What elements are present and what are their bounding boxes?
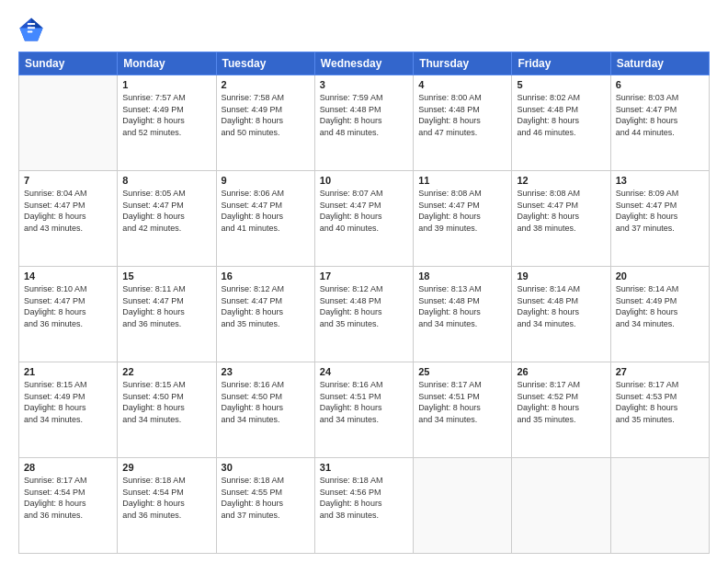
calendar-cell: 30Sunrise: 8:18 AM Sunset: 4:55 PM Dayli… — [216, 458, 314, 554]
weekday-header: Friday — [512, 52, 610, 75]
day-number: 28 — [24, 462, 112, 473]
day-number: 1 — [122, 79, 210, 90]
day-number: 22 — [122, 366, 210, 377]
calendar-cell: 27Sunrise: 8:17 AM Sunset: 4:53 PM Dayli… — [610, 362, 709, 458]
day-number: 5 — [517, 79, 605, 90]
day-number: 31 — [320, 462, 408, 473]
calendar-cell: 8Sunrise: 8:05 AM Sunset: 4:47 PM Daylig… — [118, 171, 216, 267]
day-number: 9 — [222, 175, 310, 186]
day-number: 4 — [418, 79, 506, 90]
calendar-cell: 20Sunrise: 8:14 AM Sunset: 4:49 PM Dayli… — [610, 267, 709, 362]
day-detail: Sunrise: 8:17 AM Sunset: 4:53 PM Dayligh… — [616, 379, 704, 425]
calendar-cell — [19, 75, 118, 171]
day-detail: Sunrise: 8:03 AM Sunset: 4:47 PM Dayligh… — [616, 92, 704, 138]
calendar-cell: 16Sunrise: 8:12 AM Sunset: 4:47 PM Dayli… — [216, 267, 314, 362]
day-number: 3 — [320, 79, 408, 90]
day-detail: Sunrise: 8:08 AM Sunset: 4:47 PM Dayligh… — [418, 188, 506, 234]
calendar-week-row: 21Sunrise: 8:15 AM Sunset: 4:49 PM Dayli… — [19, 362, 710, 458]
day-detail: Sunrise: 8:05 AM Sunset: 4:47 PM Dayligh… — [122, 188, 210, 234]
day-detail: Sunrise: 8:18 AM Sunset: 4:55 PM Dayligh… — [222, 475, 310, 521]
day-detail: Sunrise: 8:09 AM Sunset: 4:47 PM Dayligh… — [616, 188, 704, 234]
calendar-cell: 22Sunrise: 8:15 AM Sunset: 4:50 PM Dayli… — [118, 362, 216, 458]
day-detail: Sunrise: 8:10 AM Sunset: 4:47 PM Dayligh… — [24, 283, 112, 329]
day-number: 30 — [222, 462, 310, 473]
day-detail: Sunrise: 7:59 AM Sunset: 4:48 PM Dayligh… — [320, 92, 408, 138]
day-number: 16 — [222, 270, 310, 282]
day-number: 17 — [320, 270, 408, 282]
day-number: 6 — [616, 79, 704, 90]
day-detail: Sunrise: 8:12 AM Sunset: 4:47 PM Dayligh… — [222, 283, 310, 329]
weekday-header: Wednesday — [314, 52, 413, 75]
calendar-cell: 9Sunrise: 8:06 AM Sunset: 4:47 PM Daylig… — [216, 171, 314, 267]
day-detail: Sunrise: 8:14 AM Sunset: 4:49 PM Dayligh… — [616, 283, 704, 329]
day-number: 11 — [418, 175, 506, 186]
calendar-week-row: 28Sunrise: 8:17 AM Sunset: 4:54 PM Dayli… — [19, 458, 710, 554]
calendar-header-row: SundayMondayTuesdayWednesdayThursdayFrid… — [19, 52, 710, 75]
day-detail: Sunrise: 8:18 AM Sunset: 4:54 PM Dayligh… — [122, 475, 210, 521]
day-number: 8 — [122, 175, 210, 186]
calendar-cell: 4Sunrise: 8:00 AM Sunset: 4:48 PM Daylig… — [414, 75, 512, 171]
day-detail: Sunrise: 8:12 AM Sunset: 4:48 PM Dayligh… — [320, 283, 408, 329]
day-detail: Sunrise: 8:17 AM Sunset: 4:52 PM Dayligh… — [517, 379, 605, 425]
calendar-week-row: 1Sunrise: 7:57 AM Sunset: 4:49 PM Daylig… — [19, 75, 710, 171]
svg-rect-4 — [28, 27, 35, 29]
calendar-cell: 12Sunrise: 8:08 AM Sunset: 4:47 PM Dayli… — [512, 171, 610, 267]
header — [18, 17, 710, 42]
weekday-header: Tuesday — [216, 52, 314, 75]
calendar-cell: 17Sunrise: 8:12 AM Sunset: 4:48 PM Dayli… — [314, 267, 413, 362]
calendar-week-row: 14Sunrise: 8:10 AM Sunset: 4:47 PM Dayli… — [19, 267, 710, 362]
calendar-cell — [610, 458, 709, 554]
day-detail: Sunrise: 8:08 AM Sunset: 4:47 PM Dayligh… — [517, 188, 605, 234]
day-number: 2 — [222, 79, 310, 90]
calendar-cell — [414, 458, 512, 554]
weekday-header: Monday — [118, 52, 216, 75]
calendar-cell — [512, 458, 610, 554]
day-number: 19 — [517, 270, 605, 282]
day-number: 25 — [418, 366, 506, 377]
calendar-cell: 31Sunrise: 8:18 AM Sunset: 4:56 PM Dayli… — [314, 458, 413, 554]
logo — [18, 17, 48, 42]
day-detail: Sunrise: 8:02 AM Sunset: 4:48 PM Dayligh… — [517, 92, 605, 138]
calendar-cell: 29Sunrise: 8:18 AM Sunset: 4:54 PM Dayli… — [118, 458, 216, 554]
day-detail: Sunrise: 8:07 AM Sunset: 4:47 PM Dayligh… — [320, 188, 408, 234]
calendar-cell: 1Sunrise: 7:57 AM Sunset: 4:49 PM Daylig… — [118, 75, 216, 171]
calendar-cell: 26Sunrise: 8:17 AM Sunset: 4:52 PM Dayli… — [512, 362, 610, 458]
day-number: 26 — [517, 366, 605, 377]
day-number: 24 — [320, 366, 408, 377]
day-detail: Sunrise: 8:17 AM Sunset: 4:51 PM Dayligh… — [418, 379, 506, 425]
day-detail: Sunrise: 8:04 AM Sunset: 4:47 PM Dayligh… — [24, 188, 112, 234]
day-detail: Sunrise: 8:14 AM Sunset: 4:48 PM Dayligh… — [517, 283, 605, 329]
calendar-cell: 3Sunrise: 7:59 AM Sunset: 4:48 PM Daylig… — [314, 75, 413, 171]
calendar-cell: 23Sunrise: 8:16 AM Sunset: 4:50 PM Dayli… — [216, 362, 314, 458]
calendar-cell: 10Sunrise: 8:07 AM Sunset: 4:47 PM Dayli… — [314, 171, 413, 267]
calendar-cell: 19Sunrise: 8:14 AM Sunset: 4:48 PM Dayli… — [512, 267, 610, 362]
day-number: 21 — [24, 366, 112, 377]
weekday-header: Sunday — [19, 52, 118, 75]
day-number: 20 — [616, 270, 704, 282]
day-number: 29 — [122, 462, 210, 473]
calendar-cell: 18Sunrise: 8:13 AM Sunset: 4:48 PM Dayli… — [414, 267, 512, 362]
day-number: 27 — [616, 366, 704, 377]
calendar-cell: 6Sunrise: 8:03 AM Sunset: 4:47 PM Daylig… — [610, 75, 709, 171]
svg-rect-3 — [28, 23, 35, 25]
calendar-cell: 11Sunrise: 8:08 AM Sunset: 4:47 PM Dayli… — [414, 171, 512, 267]
page: SundayMondayTuesdayWednesdayThursdayFrid… — [0, 0, 728, 563]
svg-marker-2 — [19, 29, 42, 41]
calendar-cell: 24Sunrise: 8:16 AM Sunset: 4:51 PM Dayli… — [314, 362, 413, 458]
day-detail: Sunrise: 8:16 AM Sunset: 4:50 PM Dayligh… — [222, 379, 310, 425]
day-detail: Sunrise: 8:06 AM Sunset: 4:47 PM Dayligh… — [222, 188, 310, 234]
day-detail: Sunrise: 8:17 AM Sunset: 4:54 PM Dayligh… — [24, 475, 112, 521]
day-detail: Sunrise: 8:11 AM Sunset: 4:47 PM Dayligh… — [122, 283, 210, 329]
calendar-cell: 15Sunrise: 8:11 AM Sunset: 4:47 PM Dayli… — [118, 267, 216, 362]
day-detail: Sunrise: 8:18 AM Sunset: 4:56 PM Dayligh… — [320, 475, 408, 521]
day-detail: Sunrise: 8:13 AM Sunset: 4:48 PM Dayligh… — [418, 283, 506, 329]
day-detail: Sunrise: 8:15 AM Sunset: 4:50 PM Dayligh… — [122, 379, 210, 425]
svg-rect-5 — [28, 30, 33, 32]
weekday-header: Saturday — [610, 52, 709, 75]
calendar-cell: 25Sunrise: 8:17 AM Sunset: 4:51 PM Dayli… — [414, 362, 512, 458]
calendar-cell: 7Sunrise: 8:04 AM Sunset: 4:47 PM Daylig… — [19, 171, 118, 267]
calendar-cell: 21Sunrise: 8:15 AM Sunset: 4:49 PM Dayli… — [19, 362, 118, 458]
day-number: 18 — [418, 270, 506, 282]
day-detail: Sunrise: 8:16 AM Sunset: 4:51 PM Dayligh… — [320, 379, 408, 425]
day-number: 14 — [24, 270, 112, 282]
